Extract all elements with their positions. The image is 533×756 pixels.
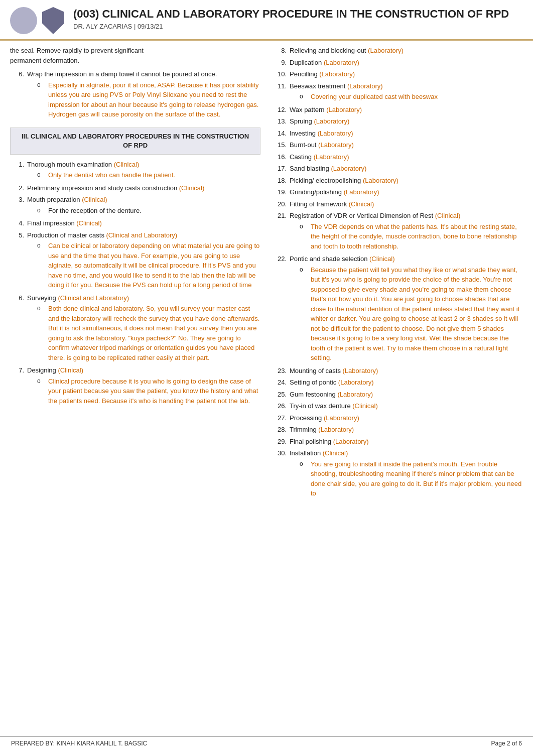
list-item-23: 23. Mounting of casts (Laboratory)	[273, 366, 523, 376]
item-7-content: Designing (Clinical) o Clinical procedur…	[27, 365, 260, 407]
item-6s-sublist: o Both done clinical and laboratory. So,…	[37, 304, 260, 362]
sub-o: o	[37, 241, 45, 290]
item-11-text: Beeswax treatment	[290, 82, 347, 90]
item-10-num: 10.	[273, 69, 287, 79]
item-22-sub1-text: Because the patient will tell you what t…	[311, 265, 523, 363]
list-item-1: 1. Thorough mouth examination (Clinical)…	[10, 160, 260, 181]
item-1-sub1: o Only the dentist who can handle the pa…	[37, 170, 260, 180]
item-30-text: Installation	[290, 449, 323, 457]
item-30-sublist: o You are going to install it inside the…	[300, 459, 523, 498]
sub-o: o	[300, 222, 308, 251]
item-14-text: Investing	[290, 130, 318, 137]
item-6-content: Wrap the impression in a damp towel if c…	[27, 69, 260, 120]
item-24-tag: (Laboratory)	[338, 379, 374, 386]
page-footer: PREPARED BY: KINAH KIARA KAHLIL T. BAGSI…	[0, 736, 533, 747]
item-17-content: Sand blasting (Laboratory)	[290, 164, 523, 174]
list-item-30: 30. Installation (Clinical) o You are go…	[273, 448, 523, 499]
list-item-20: 20. Fitting of framework (Clinical)	[273, 199, 523, 209]
item-16-num: 16.	[273, 152, 287, 162]
sub-o: o	[300, 265, 308, 363]
item-22-content: Pontic and shade selection (Clinical) o …	[290, 254, 523, 364]
item-8-tag: (Laboratory)	[368, 47, 404, 54]
item-20-num: 20.	[273, 199, 287, 209]
item-5-sub1-text: Can be clinical or laboratory depending …	[48, 241, 260, 290]
item-21-tag: (Clinical)	[435, 212, 461, 219]
item-10-content: Pencilling (Laboratory)	[290, 69, 523, 79]
item-23-content: Mounting of casts (Laboratory)	[290, 366, 523, 376]
page-subtitle: DR. ALY ZACARIAS | 09/13/21	[73, 23, 523, 30]
item-6-sub1: o Especially in alginate, pour it at onc…	[37, 80, 260, 119]
section-header: III. CLINICAL AND LABORATORY PROCEDURES …	[10, 128, 260, 155]
item-9-text: Duplication	[290, 59, 324, 66]
item-9-num: 9.	[273, 58, 287, 68]
item-26-text: Try-in of wax denture	[290, 402, 352, 410]
item-1-sublist: o Only the dentist who can handle the pa…	[37, 170, 260, 180]
intro-line1: the seal. Remove rapidly to prevent sign…	[10, 47, 144, 54]
item-2-text: Preliminary impression and study casts c…	[27, 184, 179, 192]
item-16-content: Casting (Laboratory)	[290, 152, 523, 162]
item-6s-text: Surveying	[27, 294, 58, 302]
sub-o: o	[37, 80, 45, 119]
item-30-num: 30.	[273, 448, 287, 499]
item-8-content: Relieving and blocking-out (Laboratory)	[290, 46, 523, 56]
logos	[10, 7, 64, 34]
item-21-sub1-text: The VDR depends on what the patients has…	[311, 222, 523, 251]
item-11-content: Beeswax treatment (Laboratory) o Coverin…	[290, 81, 523, 103]
item-13-num: 13.	[273, 116, 287, 127]
item-19-tag: (Laboratory)	[344, 188, 379, 196]
item-22-sub1: o Because the patient will tell you what…	[300, 265, 523, 363]
item-25-content: Gum festooning (Laboratory)	[290, 390, 523, 400]
header-title-block: (003) CLINICAL AND LABORATORY PROCEDURE …	[73, 7, 523, 30]
item-22-sublist: o Because the patient will tell you what…	[300, 265, 523, 363]
item-7-text: Designing	[27, 366, 58, 374]
list-item-6-pre: 6. Wrap the impression in a damp towel i…	[10, 69, 260, 120]
list-item-26: 26. Try-in of wax denture (Clinical)	[273, 401, 523, 411]
footer-right: Page 2 of 6	[491, 740, 522, 747]
item-28-num: 28.	[273, 425, 287, 435]
sub-o: o	[37, 376, 45, 406]
item-3-num: 3.	[10, 195, 24, 216]
item-6-sublist: o Especially in alginate, pour it at onc…	[37, 80, 260, 119]
item-6s-content: Surveying (Clinical and Laboratory) o Bo…	[27, 293, 260, 364]
list-item-16: 16. Casting (Laboratory)	[273, 152, 523, 162]
item-24-num: 24.	[273, 377, 287, 388]
item-2-num: 2.	[10, 183, 24, 193]
item-20-text: Fitting of framework	[290, 200, 349, 208]
sub-o: o	[37, 206, 45, 216]
item-3-content: Mouth preparation (Clinical) o For the r…	[27, 195, 260, 216]
item-7-num: 7.	[10, 365, 24, 407]
item-20-tag: (Clinical)	[349, 200, 374, 208]
item-24-content: Setting of pontic (Laboratory)	[290, 377, 523, 388]
list-item-2: 2. Preliminary impression and study cast…	[10, 183, 260, 193]
item-2-tag: (Clinical)	[179, 184, 205, 192]
item-5-sub1: o Can be clinical or laboratory dependin…	[37, 241, 260, 290]
item-15-content: Burnt-out (Laboratory)	[290, 140, 523, 150]
item-28-tag: (Laboratory)	[318, 426, 354, 433]
item-27-text: Processing	[290, 414, 324, 422]
list-item-3: 3. Mouth preparation (Clinical) o For th…	[10, 195, 260, 216]
item-18-num: 18.	[273, 176, 287, 186]
item-7-sublist: o Clinical procedure because it is you w…	[37, 376, 260, 406]
item-16-text: Casting	[290, 153, 314, 161]
item-5-tag: (Clinical and Laboratory)	[106, 231, 178, 239]
item-3-text: Mouth preparation	[27, 196, 82, 203]
page-header: (003) CLINICAL AND LABORATORY PROCEDURE …	[0, 0, 533, 41]
list-item-11: 11. Beeswax treatment (Laboratory) o Cov…	[273, 81, 523, 103]
item-30-tag: (Clinical)	[323, 449, 348, 457]
item-13-tag: (Laboratory)	[314, 117, 349, 125]
sub-o: o	[37, 304, 45, 362]
item-2-content: Preliminary impression and study casts c…	[27, 183, 260, 193]
item-11-tag: (Laboratory)	[347, 82, 383, 90]
item-11-sub1: o Covering your duplicated cast with bee…	[300, 92, 523, 102]
page-title: (003) CLINICAL AND LABORATORY PROCEDURE …	[73, 7, 523, 21]
item-4-text: Final impression	[27, 219, 76, 227]
item-23-text: Mounting of casts	[290, 367, 343, 374]
list-item-15: 15. Burnt-out (Laboratory)	[273, 140, 523, 150]
list-item-12: 12. Wax pattern (Laboratory)	[273, 105, 523, 115]
list-item-17: 17. Sand blasting (Laboratory)	[273, 164, 523, 174]
list-item-9: 9. Duplication (Laboratory)	[273, 58, 523, 68]
item-25-text: Gum festooning	[290, 391, 337, 398]
logo-circle	[10, 7, 37, 34]
item-11-num: 11.	[273, 81, 287, 103]
item-14-tag: (Laboratory)	[318, 130, 353, 137]
